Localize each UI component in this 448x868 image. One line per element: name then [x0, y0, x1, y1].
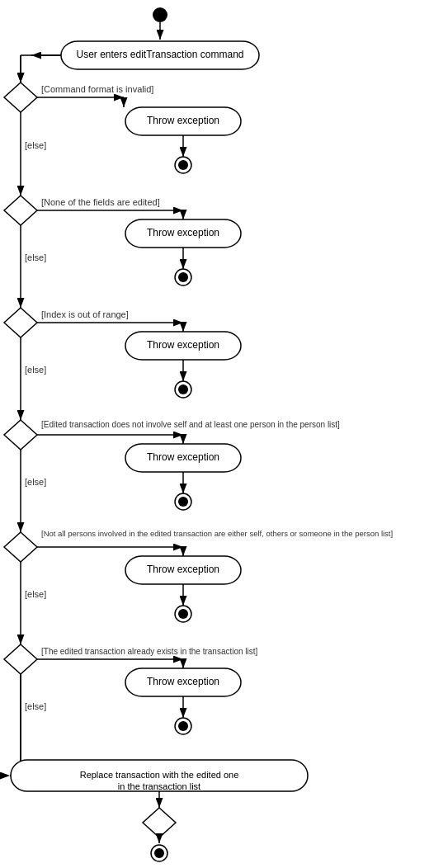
throw1-label: Throw exception [147, 115, 219, 126]
end1-inner [178, 160, 188, 170]
end6-inner [178, 721, 188, 731]
diamond3-label: [Index is out of range] [41, 309, 129, 319]
diamond5 [4, 532, 37, 562]
command-node-label: User enters editTransaction command [77, 49, 244, 60]
diamond4 [4, 420, 37, 450]
else6-label: [else] [25, 701, 46, 711]
else5-label: [else] [25, 589, 46, 599]
end2-inner [178, 272, 188, 282]
diamond2-label: [None of the fields are edited] [41, 197, 160, 207]
throw6-label: Throw exception [147, 676, 219, 687]
activity-diagram: User enters editTransaction command [Com… [0, 0, 448, 868]
else4-label: [else] [25, 477, 46, 487]
else1-label: [else] [25, 140, 46, 150]
diamond5-label: [Not all persons involved in the edited … [41, 529, 393, 538]
throw5-label: Throw exception [147, 564, 219, 575]
throw3-label: Throw exception [147, 339, 219, 351]
diamond2 [4, 196, 37, 225]
replace-node-label: Replace transaction with the edited one [80, 770, 239, 780]
replace-node-label2: in the transaction list [118, 781, 200, 791]
diamond6 [4, 644, 37, 674]
diamond-final [143, 808, 176, 837]
diamond1-label: [Command format is invalid] [41, 84, 153, 94]
throw2-label: Throw exception [147, 227, 219, 238]
diamond4-label: [Edited transaction does not involve sel… [41, 420, 340, 429]
else3-label: [else] [25, 365, 46, 375]
end3-inner [178, 384, 188, 394]
diamond1 [4, 83, 37, 112]
end4-inner [178, 497, 188, 507]
diamond6-label: [The edited transaction already exists i… [41, 647, 258, 656]
end5-inner [178, 609, 188, 619]
else2-label: [else] [25, 252, 46, 262]
throw4-label: Throw exception [147, 451, 219, 463]
diamond3 [4, 308, 37, 337]
end-final-inner [154, 848, 164, 858]
start-node [153, 7, 167, 22]
